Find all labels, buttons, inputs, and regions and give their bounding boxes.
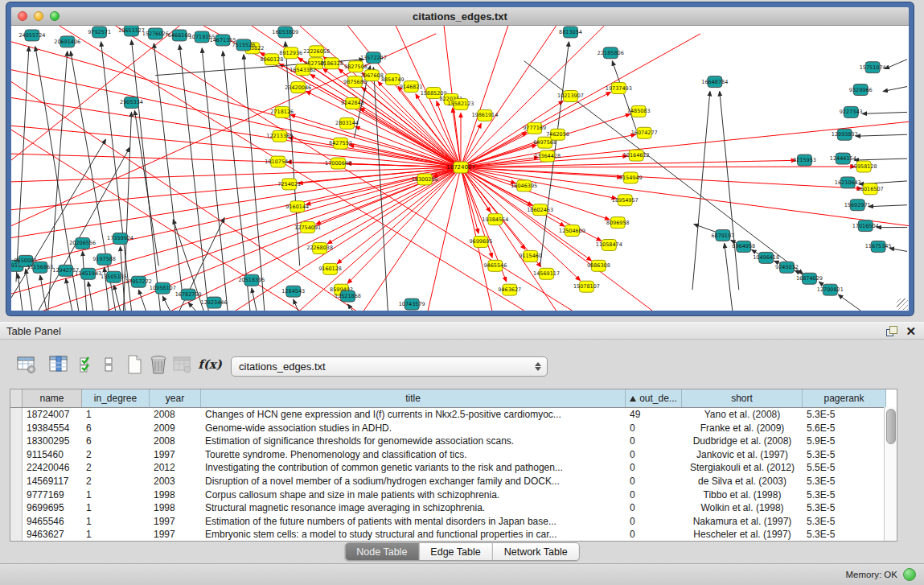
table-cell[interactable]: 1998 [150,501,201,515]
table-cell[interactable]: Tourette syndrome. Phenomenology and cla… [201,448,626,462]
tab-edge-table[interactable]: Edge Table [418,543,491,560]
table-cell[interactable]: Dudbridge et al. (2008) [682,435,803,448]
table-cell[interactable]: 6 [82,422,150,435]
column-header-in-degree[interactable]: in_degree [82,389,150,407]
table-cell[interactable]: Corpus callosum shape and size in male p… [201,488,626,502]
delete-icon[interactable] [146,352,170,377]
column-header-short[interactable]: short [682,389,803,407]
table-cell[interactable]: 5.9E-5 [803,435,886,448]
column-header-out-de-[interactable]: out_de... [626,389,682,407]
function-icon[interactable]: f(x) [198,352,222,377]
table-scrollbar[interactable] [884,407,897,541]
table-cell[interactable]: 22420046 [23,461,82,475]
table-cell[interactable]: 1 [82,488,150,502]
table-cell[interactable]: 0 [626,422,682,435]
table-cell[interactable]: 1 [82,515,150,529]
table-cell[interactable]: Yano et al. (2008) [682,408,803,422]
column-header-title[interactable]: title [201,389,626,407]
table-cell[interactable]: 2 [82,461,150,475]
table-cell[interactable]: 2012 [150,461,201,475]
table-cell[interactable]: Genome-wide association studies in ADHD. [201,422,626,435]
table-cell[interactable]: 6 [82,435,150,448]
table-cell[interactable]: 9777169 [23,488,82,502]
table-cell[interactable]: 0 [626,528,682,542]
table-cell[interactable]: Wolkin et al. (1998) [682,501,803,515]
table-cell[interactable]: 5.3E-5 [803,408,886,422]
table-cell[interactable]: Embryonic stem cells: a model to study s… [201,528,626,542]
table-cell[interactable]: 1997 [150,448,201,462]
tab-node-table[interactable]: Node Table [345,543,418,560]
table-cell[interactable]: 0 [626,435,682,448]
table-cell[interactable]: 49 [626,408,682,422]
table-cell[interactable]: 5.3E-5 [803,515,886,529]
table-cell[interactable]: 9465546 [23,515,82,529]
table-cell[interactable]: 1 [82,501,150,515]
table-cell[interactable]: 1998 [150,488,201,502]
table-cell[interactable]: 5.5E-5 [803,461,886,475]
table-cell[interactable]: 5.3E-5 [803,528,886,542]
table-cell[interactable]: 14569117 [23,475,82,488]
scrollbar-thumb[interactable] [886,409,896,444]
table-cell[interactable]: Tibbo et al. (1998) [682,488,803,502]
table-cell[interactable]: 2 [82,475,150,488]
network-canvas[interactable]: 7163822896012889129362222605898275051654… [11,26,909,311]
table-row[interactable]: 1830029562008Estimation of significance … [10,435,897,448]
column-header-year[interactable]: year [150,389,201,407]
new-document-icon[interactable] [122,352,146,377]
table-cell[interactable]: 9115460 [23,448,82,462]
table-row[interactable]: 1456911722003Disruption of a novel membe… [10,475,897,488]
table-cell[interactable]: 1 [82,408,150,422]
table-cell[interactable]: 1997 [150,528,201,542]
table-row[interactable]: 2242004622012Investigating the contribut… [10,461,897,475]
table-cell[interactable]: 0 [626,501,682,515]
table-row[interactable]: 977716911998Corpus callosum shape and si… [10,488,897,502]
table-cell[interactable]: 5.3E-5 [803,448,886,462]
table-selector-dropdown[interactable]: citations_edges.txt [231,356,548,377]
table-row[interactable]: 969969511998Structural magnetic resonanc… [10,501,897,515]
table-row[interactable]: 911546021997Tourette syndrome. Phenomeno… [10,448,897,462]
table-row[interactable]: 1872400712008Changes of HCN gene express… [10,408,897,422]
rows-icon[interactable] [97,352,121,377]
close-panel-icon[interactable]: ✕ [906,326,916,336]
table-cell[interactable]: 0 [626,488,682,502]
column-header-name[interactable]: name [23,389,82,407]
table-cell[interactable]: Franke et al. (2009) [682,422,803,435]
table-cell[interactable]: 18724007 [23,408,82,422]
network-window-titlebar[interactable]: citations_edges.txt [11,7,909,26]
table-settings-icon[interactable] [14,352,39,377]
table-cell[interactable]: 0 [626,475,682,488]
table-cell[interactable]: Changes of HCN gene expression and I(f) … [201,408,626,422]
float-panel-icon[interactable] [886,326,897,336]
table-cell[interactable]: Nakamura et al. (1997) [682,515,803,529]
table-cell[interactable]: Disruption of a novel member of a sodium… [201,475,626,488]
table-row[interactable]: 1938455462009Genome-wide association stu… [10,422,897,435]
table-cell[interactable]: 1997 [150,515,201,529]
select-column-icon[interactable] [47,352,71,377]
column-header-pagerank[interactable]: pagerank [803,389,886,407]
table-row[interactable]: 946362711997Embryonic stem cells: a mode… [10,528,897,542]
table-cell[interactable]: 1 [82,528,150,542]
table-cell[interactable]: 2008 [150,408,201,422]
table-cell[interactable]: Stergiakouli et al. (2012) [682,461,803,475]
table-cell[interactable]: 9699695 [23,501,82,515]
table-cell[interactable]: 0 [626,448,682,462]
table-cell[interactable]: 18300295 [23,435,82,448]
table-cell[interactable]: 2 [82,448,150,462]
table-cell[interactable]: Hescheler et al. (1997) [682,528,803,542]
table-cell[interactable]: 5.3E-5 [803,475,886,488]
table-cell[interactable]: Jankovic et al. (1997) [682,448,803,462]
table-cell[interactable]: Estimation of the future numbers of pati… [201,515,626,529]
table-cell[interactable]: Estimation of significance thresholds fo… [201,435,626,448]
table-cell[interactable]: 5.3E-5 [803,488,886,502]
table-cell[interactable]: 2008 [150,435,201,448]
table-cell[interactable]: Structural magnetic resonance image aver… [201,501,626,515]
tab-network-table[interactable]: Network Table [492,543,579,560]
resize-grip-icon[interactable] [897,299,908,310]
table-cell[interactable]: 9463627 [23,528,82,542]
table-row[interactable]: 946554611997Estimation of the future num… [10,515,897,529]
table-cell[interactable]: 0 [626,515,682,529]
table-cell[interactable]: 2009 [150,422,201,435]
table-cell[interactable]: 5.3E-5 [803,501,886,515]
table-cell[interactable]: de Silva et al. (2003) [682,475,803,488]
table-cell[interactable]: 5.6E-5 [803,422,886,435]
